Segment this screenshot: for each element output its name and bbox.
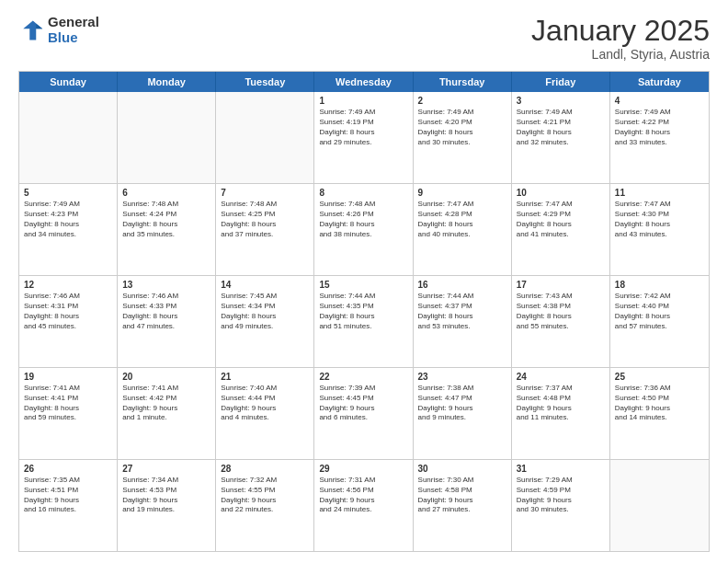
day-number: 16 [418, 280, 506, 290]
calendar-row-0: 1Sunrise: 7:49 AM Sunset: 4:19 PM Daylig… [19, 92, 709, 183]
calendar-cell-4-2: 28Sunrise: 7:32 AM Sunset: 4:55 PM Dayli… [216, 460, 314, 551]
calendar-cell-3-4: 23Sunrise: 7:38 AM Sunset: 4:47 PM Dayli… [414, 368, 512, 459]
calendar-cell-2-5: 17Sunrise: 7:43 AM Sunset: 4:38 PM Dayli… [512, 276, 610, 367]
logo: General Blue [18, 15, 99, 45]
calendar-cell-2-4: 16Sunrise: 7:44 AM Sunset: 4:37 PM Dayli… [414, 276, 512, 367]
header-day-wednesday: Wednesday [314, 72, 413, 92]
cell-info: Sunrise: 7:47 AM Sunset: 4:29 PM Dayligh… [517, 200, 605, 239]
calendar-cell-4-6 [610, 460, 709, 551]
cell-info: Sunrise: 7:49 AM Sunset: 4:22 PM Dayligh… [615, 108, 704, 147]
calendar: SundayMondayTuesdayWednesdayThursdayFrid… [18, 71, 710, 552]
calendar-cell-1-4: 9Sunrise: 7:47 AM Sunset: 4:28 PM Daylig… [414, 184, 512, 275]
day-number: 7 [221, 188, 309, 198]
calendar-cell-3-0: 19Sunrise: 7:41 AM Sunset: 4:41 PM Dayli… [19, 368, 118, 459]
cell-info: Sunrise: 7:48 AM Sunset: 4:24 PM Dayligh… [122, 200, 210, 239]
day-number: 26 [24, 464, 112, 474]
calendar-cell-0-1 [118, 92, 216, 183]
day-number: 19 [24, 372, 112, 382]
calendar-cell-3-5: 24Sunrise: 7:37 AM Sunset: 4:48 PM Dayli… [512, 368, 610, 459]
cell-info: Sunrise: 7:43 AM Sunset: 4:38 PM Dayligh… [517, 292, 605, 331]
day-number: 6 [122, 188, 210, 198]
calendar-cell-1-0: 5Sunrise: 7:49 AM Sunset: 4:23 PM Daylig… [19, 184, 118, 275]
calendar-row-1: 5Sunrise: 7:49 AM Sunset: 4:23 PM Daylig… [19, 183, 709, 275]
header-day-tuesday: Tuesday [216, 72, 314, 92]
cell-info: Sunrise: 7:34 AM Sunset: 4:53 PM Dayligh… [122, 476, 210, 515]
day-number: 15 [319, 280, 407, 290]
cell-info: Sunrise: 7:48 AM Sunset: 4:26 PM Dayligh… [319, 200, 407, 239]
cell-info: Sunrise: 7:29 AM Sunset: 4:59 PM Dayligh… [517, 476, 605, 515]
day-number: 14 [221, 280, 309, 290]
cell-info: Sunrise: 7:40 AM Sunset: 4:44 PM Dayligh… [221, 384, 309, 423]
cell-info: Sunrise: 7:46 AM Sunset: 4:33 PM Dayligh… [122, 292, 210, 331]
title-block: January 2025 Landl, Styria, Austria [531, 15, 710, 62]
cell-info: Sunrise: 7:36 AM Sunset: 4:50 PM Dayligh… [615, 384, 704, 423]
calendar-cell-3-1: 20Sunrise: 7:41 AM Sunset: 4:42 PM Dayli… [118, 368, 216, 459]
cell-info: Sunrise: 7:44 AM Sunset: 4:37 PM Dayligh… [418, 292, 506, 331]
day-number: 2 [418, 96, 506, 106]
header-day-sunday: Sunday [19, 72, 118, 92]
header-day-saturday: Saturday [610, 72, 709, 92]
calendar-cell-4-3: 29Sunrise: 7:31 AM Sunset: 4:56 PM Dayli… [314, 460, 413, 551]
calendar-cell-2-0: 12Sunrise: 7:46 AM Sunset: 4:31 PM Dayli… [19, 276, 118, 367]
calendar-body: 1Sunrise: 7:49 AM Sunset: 4:19 PM Daylig… [19, 92, 709, 551]
day-number: 10 [517, 188, 605, 198]
cell-info: Sunrise: 7:49 AM Sunset: 4:23 PM Dayligh… [24, 200, 112, 239]
calendar-cell-2-2: 14Sunrise: 7:45 AM Sunset: 4:34 PM Dayli… [216, 276, 314, 367]
calendar-cell-0-4: 2Sunrise: 7:49 AM Sunset: 4:20 PM Daylig… [414, 92, 512, 183]
calendar-cell-2-6: 18Sunrise: 7:42 AM Sunset: 4:40 PM Dayli… [610, 276, 709, 367]
day-number: 28 [221, 464, 309, 474]
calendar-cell-3-2: 21Sunrise: 7:40 AM Sunset: 4:44 PM Dayli… [216, 368, 314, 459]
calendar-cell-3-3: 22Sunrise: 7:39 AM Sunset: 4:45 PM Dayli… [314, 368, 413, 459]
day-number: 21 [221, 372, 309, 382]
cell-info: Sunrise: 7:46 AM Sunset: 4:31 PM Dayligh… [24, 292, 112, 331]
cell-info: Sunrise: 7:45 AM Sunset: 4:34 PM Dayligh… [221, 292, 309, 331]
cell-info: Sunrise: 7:35 AM Sunset: 4:51 PM Dayligh… [24, 476, 112, 515]
day-number: 31 [517, 464, 605, 474]
day-number: 25 [615, 372, 704, 382]
calendar-cell-2-3: 15Sunrise: 7:44 AM Sunset: 4:35 PM Dayli… [314, 276, 413, 367]
cell-info: Sunrise: 7:38 AM Sunset: 4:47 PM Dayligh… [418, 384, 506, 423]
cell-info: Sunrise: 7:48 AM Sunset: 4:25 PM Dayligh… [221, 200, 309, 239]
logo-icon [18, 17, 44, 43]
day-number: 11 [615, 188, 704, 198]
cell-info: Sunrise: 7:49 AM Sunset: 4:20 PM Dayligh… [418, 108, 506, 147]
calendar-row-4: 26Sunrise: 7:35 AM Sunset: 4:51 PM Dayli… [19, 459, 709, 551]
calendar-cell-0-5: 3Sunrise: 7:49 AM Sunset: 4:21 PM Daylig… [512, 92, 610, 183]
cell-info: Sunrise: 7:32 AM Sunset: 4:55 PM Dayligh… [221, 476, 309, 515]
cell-info: Sunrise: 7:31 AM Sunset: 4:56 PM Dayligh… [319, 476, 407, 515]
logo-blue-text: Blue [48, 30, 99, 46]
day-number: 29 [319, 464, 407, 474]
cell-info: Sunrise: 7:39 AM Sunset: 4:45 PM Dayligh… [319, 384, 407, 423]
page: General Blue January 2025 Landl, Styria,… [0, 0, 728, 563]
day-number: 3 [517, 96, 605, 106]
header-day-monday: Monday [118, 72, 216, 92]
header-day-thursday: Thursday [414, 72, 512, 92]
cell-info: Sunrise: 7:49 AM Sunset: 4:19 PM Dayligh… [319, 108, 407, 147]
calendar-cell-0-2 [216, 92, 314, 183]
calendar-cell-1-5: 10Sunrise: 7:47 AM Sunset: 4:29 PM Dayli… [512, 184, 610, 275]
day-number: 23 [418, 372, 506, 382]
cell-info: Sunrise: 7:47 AM Sunset: 4:28 PM Dayligh… [418, 200, 506, 239]
day-number: 17 [517, 280, 605, 290]
day-number: 5 [24, 188, 112, 198]
main-title: January 2025 [531, 15, 710, 47]
cell-info: Sunrise: 7:37 AM Sunset: 4:48 PM Dayligh… [517, 384, 605, 423]
subtitle: Landl, Styria, Austria [531, 47, 710, 62]
calendar-cell-0-3: 1Sunrise: 7:49 AM Sunset: 4:19 PM Daylig… [314, 92, 413, 183]
day-number: 18 [615, 280, 704, 290]
cell-info: Sunrise: 7:41 AM Sunset: 4:42 PM Dayligh… [122, 384, 210, 423]
calendar-row-3: 19Sunrise: 7:41 AM Sunset: 4:41 PM Dayli… [19, 367, 709, 459]
calendar-cell-4-4: 30Sunrise: 7:30 AM Sunset: 4:58 PM Dayli… [414, 460, 512, 551]
day-number: 1 [319, 96, 407, 106]
calendar-cell-2-1: 13Sunrise: 7:46 AM Sunset: 4:33 PM Dayli… [118, 276, 216, 367]
day-number: 27 [122, 464, 210, 474]
calendar-cell-0-6: 4Sunrise: 7:49 AM Sunset: 4:22 PM Daylig… [610, 92, 709, 183]
calendar-cell-1-1: 6Sunrise: 7:48 AM Sunset: 4:24 PM Daylig… [118, 184, 216, 275]
day-number: 4 [615, 96, 704, 106]
day-number: 30 [418, 464, 506, 474]
calendar-cell-1-6: 11Sunrise: 7:47 AM Sunset: 4:30 PM Dayli… [610, 184, 709, 275]
day-number: 12 [24, 280, 112, 290]
cell-info: Sunrise: 7:49 AM Sunset: 4:21 PM Dayligh… [517, 108, 605, 147]
cell-info: Sunrise: 7:44 AM Sunset: 4:35 PM Dayligh… [319, 292, 407, 331]
header: General Blue January 2025 Landl, Styria,… [18, 15, 710, 62]
